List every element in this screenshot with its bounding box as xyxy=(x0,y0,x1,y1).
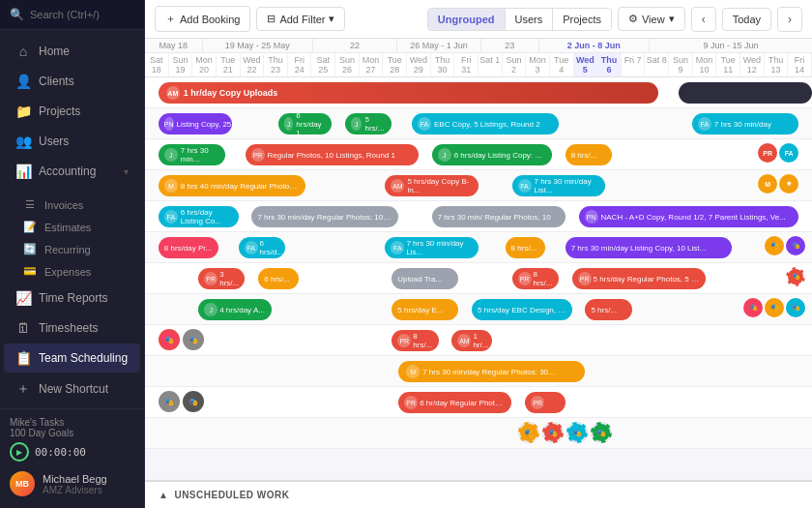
sidebar: 🔍 ⌂ Home 👤 Clients 📁 Projects 👥 Users 📊 xyxy=(0,0,145,508)
bar-upload-row6[interactable]: Upload Tra... xyxy=(392,268,458,289)
bar-pr-row10b[interactable]: PR xyxy=(525,392,565,413)
search-input[interactable] xyxy=(30,9,107,20)
bar-pr-row2[interactable]: PR Regular Photos, 10 Listings, Round 1 xyxy=(246,144,419,165)
accounting-header[interactable]: 📊 Accounting ▾ xyxy=(4,157,140,186)
avatar-cluster-row6: 🎭 xyxy=(786,267,805,286)
search-bar[interactable]: 🔍 xyxy=(0,0,144,30)
accounting-label: Accounting xyxy=(39,164,96,178)
bar-fa-row4[interactable]: FA 6 hrs/day Listing Co... xyxy=(159,206,239,227)
bar-j-row7[interactable]: J 4 hrs/day A... xyxy=(198,299,272,320)
bar-red-row7[interactable]: 5 hrs/... xyxy=(585,299,631,320)
users-toggle[interactable]: Users xyxy=(506,9,554,30)
bar-fa-row5b[interactable]: FA 7 hrs 30 min/day Lis... xyxy=(385,237,478,258)
bar-m-row9[interactable]: M 7 hrs 30 min/day Regular Photos: 30... xyxy=(398,361,585,382)
day-fri31: Fri 31 xyxy=(454,53,478,76)
bar-copy-uploads[interactable]: AM 1 hr/day Copy Uploads xyxy=(159,82,659,104)
sidebar-item-expenses[interactable]: 💳 Expenses xyxy=(12,260,140,283)
bar-amber-row6[interactable]: 6 hrs/... xyxy=(258,268,298,289)
gantt-row-2: J 7 hrs 30 min... PR Regular Photos, 10 … xyxy=(145,139,812,170)
bar-pr-row6b[interactable]: PR 8 hrs/... xyxy=(512,268,559,289)
day-sun19: Sun 19 xyxy=(169,53,193,76)
bar-gray-row4b[interactable]: 7 hrs 30 min/ Regular Photos, 10 xyxy=(432,206,566,227)
timer-play-button[interactable]: ▶ xyxy=(10,442,29,462)
filter-icon: ⊟ xyxy=(267,13,276,25)
bar-amber-row7[interactable]: 5 hrs/day E... xyxy=(392,299,458,320)
avatar-cluster-row2: PR FA xyxy=(758,143,798,163)
avatar-cluster-row5: 🎭 🎭 xyxy=(765,236,805,255)
sidebar-item-label: Team Scheduling xyxy=(39,351,128,365)
bar-am-row3[interactable]: AM 5 hrs/day Copy B-ln... xyxy=(385,175,478,196)
next-arrow[interactable]: › xyxy=(777,7,802,32)
sidebar-item-invoices[interactable]: ☰ Invoices xyxy=(12,194,140,216)
bar-j-row2[interactable]: J 7 hrs 30 min... xyxy=(159,144,225,165)
today-button[interactable]: Today xyxy=(722,8,771,31)
week-label-2: 19 May - 25 May xyxy=(203,39,313,52)
week-label-5: 23 xyxy=(481,39,539,52)
ungrouped-toggle[interactable]: Ungrouped xyxy=(428,9,506,30)
day-sun2: Sun 2 xyxy=(503,53,527,76)
sidebar-item-label: Users xyxy=(39,134,69,148)
bar-j-lc[interactable]: J 6 hrs/day Listing Copy: 10 Listings, R… xyxy=(432,144,552,165)
bar-ebc[interactable]: FA EBC Copy, 5 Listings, Round 2 xyxy=(412,113,559,134)
sidebar-item-clients[interactable]: 👤 Clients xyxy=(4,67,140,96)
accounting-subnav: ☰ Invoices 📝 Estimates 🔄 Recurring 💳 Exp… xyxy=(4,194,140,283)
bar-pn-row5[interactable]: 7 hrs 30 min/day Listing Copy, 10 List..… xyxy=(566,237,733,258)
bar-amber-row2[interactable]: 8 hrs/... xyxy=(566,144,612,165)
unscheduled-bar[interactable]: ▲ UNSCHEDULED WORK xyxy=(145,480,812,508)
avatar-cluster-row3: M ★ xyxy=(758,174,798,194)
recurring-icon: 🔄 xyxy=(23,243,37,255)
bar-pr-row6a[interactable]: PR 3 hrs/... xyxy=(198,268,245,289)
bar-pr-row8[interactable]: PR 8 hrs/... xyxy=(392,330,438,351)
day-tue21: Tue 21 xyxy=(217,53,241,76)
bar-ebc-row7[interactable]: 5 hrs/day EBC Design, 5 Listin... xyxy=(472,299,572,320)
day-mon3: Mon 3 xyxy=(526,53,550,76)
bar-fa-right[interactable]: FA 7 hrs 30 min/day xyxy=(692,113,798,134)
sidebar-item-accounting[interactable]: 📊 Accounting ▾ ☰ Invoices 📝 Estimates 🔄 … xyxy=(4,157,140,283)
user-company: AMZ Advisers xyxy=(43,485,107,495)
bar-gray-row4a[interactable]: 7 hrs 30 min/day Regular Photos: 10 List… xyxy=(251,206,398,227)
users-icon: 👥 xyxy=(15,134,31,149)
bar-m-row3[interactable]: M 8 hrs 40 min/day Regular Photos... xyxy=(159,175,305,196)
bar-dark[interactable] xyxy=(679,82,812,104)
bar-pr-row6c[interactable]: PR 5 hrs/day Regular Photos, 5 Li... xyxy=(572,268,706,289)
sidebar-item-new-shortcut[interactable]: ＋ New Shortcut xyxy=(4,374,140,404)
projects-toggle[interactable]: Projects xyxy=(553,9,611,30)
bar-listing-copy[interactable]: PN Listing Copy, 25 Parent L... xyxy=(159,113,232,134)
gantt-row-10: PR 6 hr/day Regular Photos, 10... PR 🎭 🎭 xyxy=(145,387,812,418)
bar-am-row8[interactable]: AM 1 hr/... xyxy=(451,330,491,351)
sub-nav-label: Estimates xyxy=(44,222,91,233)
bar-pink-row5[interactable]: 8 hrs/day Pr... xyxy=(159,237,218,258)
user-row[interactable]: MB Michael Begg AMZ Advisers xyxy=(10,467,134,500)
sidebar-item-recurring[interactable]: 🔄 Recurring xyxy=(12,238,140,260)
prev-arrow[interactable]: ‹ xyxy=(691,7,716,32)
bar-fa-row3[interactable]: FA 7 hrs 30 min/day List... xyxy=(512,175,606,196)
bar-j1[interactable]: J 6 hrs/day 1... xyxy=(278,113,332,134)
sidebar-item-label: New Shortcut xyxy=(39,382,108,396)
add-booking-button[interactable]: ＋ Add Booking xyxy=(155,6,250,32)
sidebar-item-users[interactable]: 👥 Users xyxy=(4,127,140,156)
sidebar-item-team-scheduling[interactable]: 📋 Team Scheduling xyxy=(4,344,140,373)
day-thu23: Thu 23 xyxy=(264,53,288,76)
day-thu13: Thu 13 xyxy=(765,53,789,76)
unscheduled-label: UNSCHEDULED WORK xyxy=(174,490,289,500)
bar-fa-row5[interactable]: FA 6 hrs/d... xyxy=(239,237,285,258)
timesheets-icon: 🗓 xyxy=(15,320,31,336)
user-avatar: MB xyxy=(10,471,35,496)
bar-amber-row5[interactable]: 8 hrs/... xyxy=(506,237,545,258)
bar-j2[interactable]: J 5 hrs/... xyxy=(345,113,392,134)
nav-arrows: ‹ xyxy=(691,7,716,32)
gantt-row-8: PR 8 hrs/... AM 1 hr/... 🎭 🎭 xyxy=(145,325,812,356)
add-filter-button[interactable]: ⊟ Add Filter ▾ xyxy=(256,7,345,31)
sidebar-item-time-reports[interactable]: 📈 Time Reports xyxy=(4,284,140,313)
sidebar-item-home[interactable]: ⌂ Home xyxy=(4,37,140,66)
day-wed22: Wed 22 xyxy=(241,53,265,76)
day-sun26: Sun 26 xyxy=(335,53,360,76)
sidebar-item-timesheets[interactable]: 🗓 Timesheets xyxy=(4,314,140,343)
bar-pn-row4[interactable]: PN NACH - A+D Copy, Round 1/2, 7 Parent … xyxy=(579,206,799,227)
calendar-container: May 18 19 May - 25 May 22 26 May - 1 Jun… xyxy=(145,39,812,508)
bar-pr-row10[interactable]: PR 6 hr/day Regular Photos, 10... xyxy=(398,392,511,413)
view-button[interactable]: ⚙ View ▾ xyxy=(618,7,685,31)
sidebar-item-projects[interactable]: 📁 Projects xyxy=(4,97,140,126)
gantt-row-6: PR 3 hrs/... 6 hrs/... Upload Tra... PR … xyxy=(145,263,812,294)
sidebar-item-estimates[interactable]: 📝 Estimates xyxy=(12,216,140,238)
